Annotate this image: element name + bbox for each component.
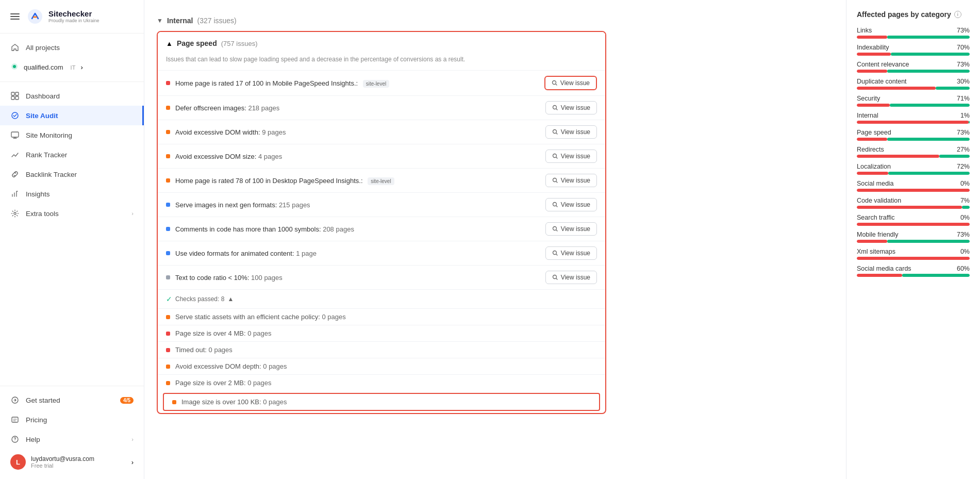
category-pct: 30%	[957, 78, 970, 85]
bar-green	[887, 240, 970, 243]
category-pct: 0%	[960, 180, 970, 187]
sidebar-item-extra-tools[interactable]: Extra tools ›	[0, 204, 144, 223]
sidebar-item-site-monitoring[interactable]: Site Monitoring	[0, 125, 144, 145]
category-pct: 27%	[957, 146, 970, 153]
category-name-row: Duplicate content 30%	[857, 78, 970, 85]
category-name-row: Search traffic 0%	[857, 214, 970, 221]
category-pct: 70%	[957, 44, 970, 51]
svg-rect-5	[11, 96, 14, 100]
svg-point-2	[13, 65, 16, 68]
sidebar: Sitechecker Proudly made in Ukraine All …	[0, 0, 144, 479]
svg-point-22	[553, 275, 556, 279]
user-plan: Free trial	[31, 463, 126, 469]
qualified-domain: qualified.com	[24, 63, 63, 71]
category-pct: 7%	[960, 197, 970, 204]
issue-row-2: Defer offscreen images: 218 pages View i…	[158, 95, 605, 120]
sidebar-item-qualified[interactable]: qualified.com IT ›	[0, 57, 144, 77]
category-item: Mobile friendly 73%	[857, 231, 970, 243]
issue-dot-8	[166, 251, 170, 255]
category-item: Code validation 7%	[857, 197, 970, 209]
sidebar-item-pricing[interactable]: Pricing	[0, 410, 144, 430]
category-item: Redirects 27%	[857, 146, 970, 158]
category-name: Localization	[857, 163, 891, 170]
category-bar	[857, 155, 970, 158]
category-name-row: Security 71%	[857, 95, 970, 102]
passed-text-5: Page size is over 2 MB: 0 pages	[175, 379, 597, 387]
category-bar	[857, 240, 970, 243]
category-item: Search traffic 0%	[857, 214, 970, 226]
passed-row-2: Page size is over 4 MB: 0 pages	[158, 325, 605, 341]
passed-dot-1	[166, 315, 170, 319]
right-panel-title: Affected pages by category i	[857, 10, 970, 19]
view-issue-button-4[interactable]: View issue	[545, 150, 597, 163]
category-bar	[857, 36, 970, 39]
bar-green	[887, 36, 970, 39]
sidebar-item-all-projects[interactable]: All projects	[0, 38, 144, 57]
view-issue-button-8[interactable]: View issue	[545, 246, 597, 260]
dashboard-icon	[10, 91, 20, 101]
view-issue-button-9[interactable]: View issue	[545, 271, 597, 284]
svg-point-13	[14, 440, 15, 441]
page-speed-header[interactable]: ▲ Page speed (757 issues)	[158, 32, 605, 55]
search-icon	[552, 105, 558, 111]
category-item: Social media 0%	[857, 180, 970, 192]
bar-red	[857, 121, 969, 124]
category-name: Social media	[857, 180, 894, 187]
divider-1	[0, 81, 144, 82]
category-item: Social media cards 60%	[857, 265, 970, 277]
passed-dot-3	[166, 348, 170, 352]
checks-passed[interactable]: ✓ Checks passed: 8 ▲	[158, 289, 605, 308]
bar-green	[939, 155, 970, 158]
user-info: luydavortu@vusra.com Free trial	[31, 455, 126, 469]
sidebar-item-dashboard[interactable]: Dashboard	[0, 86, 144, 106]
issue-dot-orange	[166, 106, 170, 110]
search-icon	[552, 153, 558, 159]
view-issue-button-5[interactable]: View issue	[545, 174, 597, 187]
hamburger-menu[interactable]	[10, 13, 20, 20]
view-issue-button-6[interactable]: View issue	[545, 198, 597, 211]
passed-text-6: Image size is over 100 KB: 0 pages	[181, 398, 591, 406]
category-name: Page speed	[857, 129, 891, 136]
category-name-row: Internal 1%	[857, 112, 970, 119]
sidebar-item-get-started[interactable]: Get started 4/5	[0, 390, 144, 410]
get-started-icon	[10, 395, 20, 405]
logo-icon	[27, 8, 43, 25]
category-name: Redirects	[857, 146, 884, 153]
passed-row-3: Timed out: 0 pages	[158, 341, 605, 358]
internal-section-header[interactable]: ▼ Internal (327 issues)	[157, 10, 606, 31]
user-profile[interactable]: L luydavortu@vusra.com Free trial ›	[0, 449, 144, 475]
sidebar-item-rank-tracker[interactable]: Rank Tracker	[0, 145, 144, 164]
category-name-row: Page speed 73%	[857, 129, 970, 136]
category-bar	[857, 172, 970, 175]
category-name-row: Mobile friendly 73%	[857, 231, 970, 238]
qualified-icon	[10, 62, 19, 72]
view-issue-button-7[interactable]: View issue	[545, 222, 597, 236]
category-bar	[857, 206, 970, 209]
category-name-row: Social media 0%	[857, 180, 970, 187]
category-pct: 0%	[960, 214, 970, 221]
svg-rect-11	[12, 417, 18, 422]
issue-row-7: Comments in code has more than 1000 symb…	[158, 217, 605, 241]
sidebar-item-help[interactable]: Help ›	[0, 430, 144, 449]
category-pct: 60%	[957, 265, 970, 272]
sidebar-nav: All projects qualified.com IT › Dashboar…	[0, 34, 144, 227]
sidebar-item-backlink-tracker[interactable]: Backlink Tracker	[0, 164, 144, 184]
category-name-row: Social media cards 60%	[857, 265, 970, 272]
view-issue-button-1[interactable]: View issue	[544, 76, 597, 90]
bar-green	[969, 121, 970, 124]
page-speed-toggle: ▲	[166, 40, 173, 47]
category-name-row: Content relevance 73%	[857, 61, 970, 68]
sidebar-item-site-audit[interactable]: Site Audit	[0, 106, 144, 125]
issue-row-9: Text to code ratio < 10%: 100 pages View…	[158, 265, 605, 289]
sidebar-item-insights[interactable]: Insights	[0, 184, 144, 204]
issue-text-6: Serve images in next gen formats: 215 pa…	[175, 201, 540, 209]
category-name-row: Links 73%	[857, 27, 970, 34]
issue-text-4: Avoid excessive DOM size: 4 pages	[175, 153, 540, 160]
view-issue-button-3[interactable]: View issue	[545, 125, 597, 139]
category-name: Links	[857, 27, 872, 34]
passed-text-2: Page size is over 4 MB: 0 pages	[175, 329, 597, 337]
extra-tools-chevron: ›	[131, 210, 134, 217]
view-issue-button-2[interactable]: View issue	[545, 101, 597, 114]
category-bar	[857, 53, 970, 56]
category-pct: 71%	[957, 95, 970, 102]
